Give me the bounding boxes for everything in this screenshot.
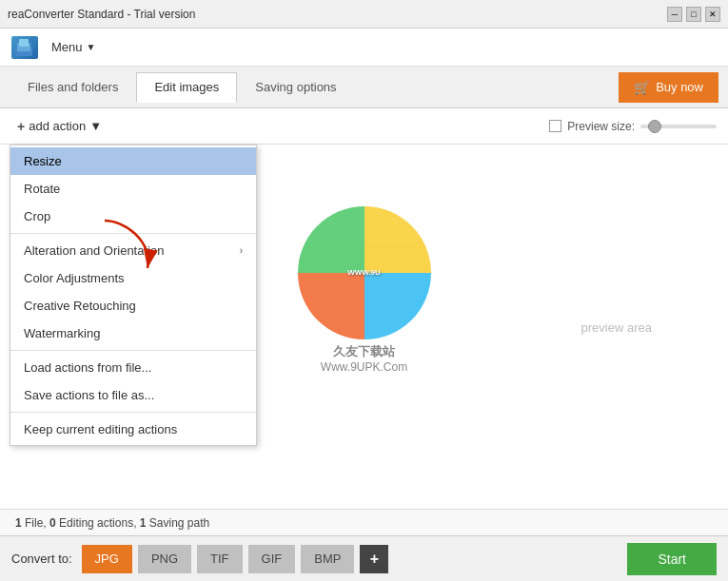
tab-saving[interactable]: Saving options bbox=[237, 72, 354, 103]
submenu-arrow-icon: › bbox=[240, 245, 243, 256]
convert-label: Convert to: bbox=[11, 552, 72, 566]
dropdown-item-watermark[interactable]: Watermarking bbox=[10, 320, 256, 347]
watermark-bottom: 久友下载站 bbox=[298, 343, 431, 360]
format-tif-button[interactable]: TIF bbox=[197, 545, 243, 573]
format-bmp-button[interactable]: BMP bbox=[301, 545, 354, 573]
dropdown-menu: Resize Rotate Crop Alteration and Orient… bbox=[10, 145, 257, 446]
menu-arrow-icon: ▼ bbox=[87, 42, 96, 52]
start-button[interactable]: Start bbox=[627, 543, 717, 575]
titlebar: reaConverter Standard - Trial version ─ … bbox=[0, 0, 728, 29]
slider-thumb bbox=[648, 120, 661, 133]
maximize-button[interactable]: □ bbox=[686, 7, 701, 22]
dropdown-arrow-icon: ▼ bbox=[89, 119, 102, 133]
separator-2 bbox=[10, 350, 256, 351]
dropdown-item-load[interactable]: Load actions from file... bbox=[10, 354, 256, 381]
dropdown-item-keep[interactable]: Keep current editing actions bbox=[10, 416, 256, 443]
dropdown-item-save-actions[interactable]: Save actions to file as... bbox=[10, 381, 256, 409]
titlebar-controls: ─ □ ✕ bbox=[667, 7, 720, 22]
plus-icon: + bbox=[17, 119, 25, 134]
watermark-text: WWW.9U bbox=[347, 268, 381, 278]
tab-files[interactable]: Files and folders bbox=[10, 72, 136, 103]
path-count: 1 bbox=[140, 516, 147, 530]
dropdown-item-alteration[interactable]: Alteration and Orientation › bbox=[10, 237, 256, 264]
tabbar: Files and folders Edit images Saving opt… bbox=[0, 67, 728, 108]
format-gif-button[interactable]: GIF bbox=[248, 545, 296, 573]
svg-rect-2 bbox=[19, 39, 29, 47]
bottombar: Convert to: JPG PNG TIF GIF BMP + Start bbox=[0, 535, 728, 581]
separator-3 bbox=[10, 412, 256, 413]
titlebar-title: reaConverter Standard - Trial version bbox=[8, 8, 195, 21]
statusbar: 1 File, 0 Editing actions, 1 Saving path bbox=[0, 509, 728, 535]
menubar: Menu ▼ bbox=[0, 29, 728, 67]
file-count: 1 bbox=[15, 516, 22, 530]
minimize-button[interactable]: ─ bbox=[667, 7, 682, 22]
preview-area-label: preview area bbox=[581, 320, 652, 334]
close-button[interactable]: ✕ bbox=[705, 7, 720, 22]
dropdown-item-color[interactable]: Color Adjustments bbox=[10, 264, 256, 292]
tab-edit[interactable]: Edit images bbox=[136, 72, 237, 103]
buy-now-button[interactable]: 🛒 Buy now bbox=[619, 72, 718, 103]
dropdown-item-resize[interactable]: Resize bbox=[10, 147, 256, 175]
add-action-label: add action bbox=[29, 119, 86, 133]
preview-size-container: Preview size: bbox=[549, 120, 717, 133]
preview-size-label: Preview size: bbox=[567, 120, 635, 133]
preview-size-checkbox[interactable] bbox=[549, 120, 561, 132]
watermark-overlay: WWW.9U 久友下载站 Www.9UPK.Com bbox=[298, 206, 431, 374]
format-png-button[interactable]: PNG bbox=[138, 545, 191, 573]
watermark-url: Www.9UPK.Com bbox=[298, 360, 431, 374]
editing-count: 0 bbox=[49, 516, 56, 530]
add-format-button[interactable]: + bbox=[360, 545, 388, 573]
preview-slider[interactable] bbox=[640, 125, 717, 128]
cart-icon: 🛒 bbox=[634, 80, 650, 95]
watermark-circle: WWW.9U bbox=[298, 206, 431, 339]
add-action-button[interactable]: + add action ▼ bbox=[11, 115, 108, 138]
buy-now-label: Buy now bbox=[656, 80, 703, 94]
dropdown-item-rotate[interactable]: Rotate bbox=[10, 175, 256, 203]
toolbar: + add action ▼ Resize Rotate Crop Altera… bbox=[0, 108, 728, 145]
format-jpg-button[interactable]: JPG bbox=[82, 545, 132, 573]
separator-1 bbox=[10, 233, 256, 234]
menu-label: Menu bbox=[51, 40, 83, 54]
file-label-text: File, bbox=[25, 516, 47, 530]
dropdown-item-creative[interactable]: Creative Retouching bbox=[10, 292, 256, 320]
menu-button[interactable]: Menu ▼ bbox=[46, 36, 101, 58]
dropdown-item-crop[interactable]: Crop bbox=[10, 203, 256, 230]
app-icon bbox=[11, 36, 38, 59]
